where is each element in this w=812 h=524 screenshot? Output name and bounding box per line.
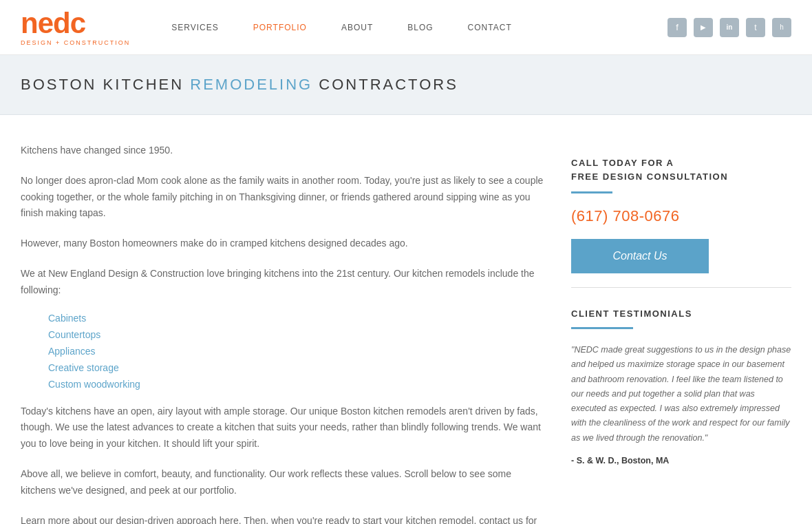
social-icons-group: f ▶ in t h xyxy=(667,18,791,37)
list-item: Appliances xyxy=(48,346,544,357)
nav-services[interactable]: SERVICES xyxy=(171,23,218,32)
testimonial-author: - S. & W. D., Boston, MA xyxy=(571,456,791,465)
linkedin-icon[interactable]: in xyxy=(720,18,739,37)
hero-banner: BOSTON KITCHEN REMODELING CONTRACTORS xyxy=(0,55,812,115)
testimonials-box: CLIENT TESTIMONIALS "NEDC made great sug… xyxy=(571,302,791,465)
testimonial-quote: "NEDC made great suggestions to us in th… xyxy=(571,343,791,446)
list-item: Custom woodworking xyxy=(48,379,544,390)
main-nav: SERVICES PORTFOLIO ABOUT BLOG CONTACT xyxy=(171,23,667,32)
twitter-icon[interactable]: t xyxy=(746,18,765,37)
paragraph-4: We at New England Design & Construction … xyxy=(21,266,544,299)
paragraph-3: However, many Boston homeowners make do … xyxy=(21,235,544,252)
phone-number[interactable]: (617) 708-0676 xyxy=(571,207,791,225)
right-sidebar: CALL TODAY FOR A FREE DESIGN CONSULTATIO… xyxy=(571,136,791,524)
contact-us-button[interactable]: Contact Us xyxy=(571,239,709,273)
testimonials-divider xyxy=(571,327,633,329)
paragraph-7: Learn more about our design-driven appro… xyxy=(21,513,544,524)
features-list: Cabinets Countertops Appliances Creative… xyxy=(48,313,544,390)
call-title: CALL TODAY FOR A FREE DESIGN CONSULTATIO… xyxy=(571,156,791,183)
testimonials-title: CLIENT TESTIMONIALS xyxy=(571,308,791,319)
call-consultation-box: CALL TODAY FOR A FREE DESIGN CONSULTATIO… xyxy=(571,143,791,288)
call-divider xyxy=(571,191,612,193)
page-title: BOSTON KITCHEN REMODELING CONTRACTORS xyxy=(21,76,791,94)
nav-portfolio[interactable]: PORTFOLIO xyxy=(253,23,307,32)
site-header: nedc DESIGN + CONSTRUCTION SERVICES PORT… xyxy=(0,0,812,55)
youtube-icon[interactable]: ▶ xyxy=(694,18,713,37)
list-item: Cabinets xyxy=(48,313,544,324)
paragraph-5: Today's kitchens have an open, airy layo… xyxy=(21,404,544,452)
logo-subtitle: DESIGN + CONSTRUCTION xyxy=(21,39,130,46)
list-item: Countertops xyxy=(48,329,544,340)
paragraph-1: Kitchens have changed since 1950. xyxy=(21,143,544,159)
nav-blog[interactable]: BLOG xyxy=(407,23,433,32)
paragraph-6: Above all, we believe in comfort, beauty… xyxy=(21,466,544,499)
logo[interactable]: nedc DESIGN + CONSTRUCTION xyxy=(21,9,130,46)
left-content: Kitchens have changed since 1950. No lon… xyxy=(21,136,544,524)
houzz-icon[interactable]: h xyxy=(772,18,791,37)
facebook-icon[interactable]: f xyxy=(667,18,687,37)
nav-contact[interactable]: CONTACT xyxy=(468,23,512,32)
list-item: Creative storage xyxy=(48,362,544,373)
nav-about[interactable]: ABOUT xyxy=(341,23,373,32)
logo-text: nedc xyxy=(21,9,130,38)
paragraph-2: No longer does apron-clad Mom cook alone… xyxy=(21,173,544,222)
main-content: Kitchens have changed since 1950. No lon… xyxy=(0,115,812,524)
